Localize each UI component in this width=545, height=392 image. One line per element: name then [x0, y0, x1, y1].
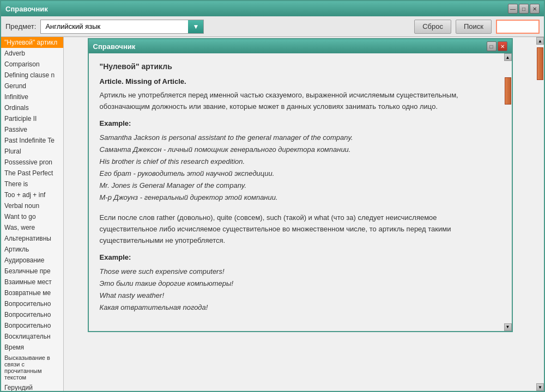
example-line: Mr. Jones is General Manager of the comp…	[100, 180, 493, 192]
close-button[interactable]: ✕	[530, 4, 540, 14]
modal-close-button[interactable]: ✕	[498, 41, 507, 51]
sidebar-item-impersonal[interactable]: Безличные пре	[1, 266, 63, 277]
window-title: Справочник	[5, 5, 48, 13]
sidebar-item-mutual[interactable]: Взаимные мест	[1, 277, 63, 287]
modal-overlay: Справочник □ ✕ "Нулевой" артикль Article…	[64, 37, 536, 391]
modal-para-1: Артикль не употребляется перед именной ч…	[100, 90, 493, 113]
sidebar: "Нулевой" артикл Adverb Comparison Defin…	[1, 37, 64, 391]
modal-article-title: "Нулевой" артикль	[100, 62, 493, 71]
content-area: "Нулевой" артикл Adverb Comparison Defin…	[1, 37, 544, 391]
sidebar-item-there[interactable]: There is	[1, 179, 63, 189]
sidebar-item-participle2[interactable]: Participle II	[1, 113, 63, 124]
example-line: Какая отвратительная погода!	[100, 302, 493, 314]
example-line: What nasty weather!	[100, 290, 493, 302]
scrollbar-thumb[interactable]	[505, 77, 511, 105]
sidebar-item-interrogative1[interactable]: Вопросительно	[1, 298, 63, 309]
sidebar-item-reflexive[interactable]: Возвратные ме	[1, 287, 63, 298]
sidebar-item-passive[interactable]: Passive	[1, 124, 63, 135]
modal-controls: □ ✕	[487, 41, 507, 51]
outer-scrollbar-track	[536, 45, 544, 383]
sidebar-item-possessive[interactable]: Possessive pron	[1, 157, 63, 168]
sidebar-item-article[interactable]: Артикль	[1, 244, 63, 255]
example-line: Samantha Jackson is personal assistant t…	[100, 132, 493, 144]
modal-section-1: Article. Missing of Article. Артикль не …	[100, 77, 493, 204]
sidebar-item-exclamatory[interactable]: Восклицательн	[1, 331, 63, 342]
subject-label: Предмет:	[5, 22, 36, 30]
title-bar: Справочник — □ ✕	[1, 1, 544, 16]
scrollbar-up-button[interactable]: ▲	[504, 53, 512, 61]
outer-scrollbar[interactable]: ▲ ▼	[536, 37, 544, 391]
scrollbar-down-button[interactable]: ▼	[504, 323, 512, 331]
modal-example-label-2: Example:	[100, 253, 493, 261]
sidebar-item-defining-clause[interactable]: Defining clause n	[1, 70, 63, 81]
sidebar-item-adverb[interactable]: Adverb	[1, 48, 63, 59]
outer-scrollbar-thumb[interactable]	[537, 47, 543, 80]
modal-para-2: Если после слов rather (довольно), quite…	[100, 212, 493, 246]
sidebar-item-want-to-go[interactable]: Want to go	[1, 211, 63, 222]
modal-restore-button[interactable]: □	[487, 41, 496, 51]
sidebar-item-past-perfect[interactable]: The Past Perfect	[1, 168, 63, 179]
modal-section-2: Если после слов rather (довольно), quite…	[100, 212, 493, 314]
modal-body: "Нулевой" артикль Article. Missing of Ar…	[89, 53, 504, 331]
restore-button[interactable]: □	[519, 4, 529, 14]
toolbar: Предмет: Английский язык ▼ Сброс Поиск	[1, 16, 544, 37]
sidebar-item-alt[interactable]: Альтернативны	[1, 233, 63, 244]
example-line: Those were such expensive computers!	[100, 266, 493, 278]
window-controls: — □ ✕	[508, 4, 540, 14]
modal-scrollbar[interactable]: ▲ ▼	[504, 53, 512, 331]
main-content: Справочник □ ✕ "Нулевой" артикль Article…	[64, 37, 536, 391]
sidebar-item-null-article[interactable]: "Нулевой" артикл	[1, 37, 63, 48]
modal-heading-1: Article. Missing of Article.	[100, 77, 493, 85]
sidebar-item-audio[interactable]: Аудирование	[1, 255, 63, 266]
reset-button[interactable]: Сброс	[414, 20, 451, 34]
sidebar-item-was-were[interactable]: Was, were	[1, 222, 63, 233]
sidebar-item-gerund[interactable]: Gerund	[1, 81, 63, 91]
sidebar-item-ordinals[interactable]: Ordinals	[1, 102, 63, 113]
modal-example-lines-1: Samantha Jackson is personal assistant t…	[100, 132, 493, 204]
search-input[interactable]	[496, 20, 540, 34]
sidebar-item-infinitive[interactable]: Infinitive	[1, 91, 63, 102]
example-line: Саманта Джексон - личный помощник генера…	[100, 144, 493, 156]
subject-dropdown[interactable]: Английский язык ▼	[40, 20, 204, 34]
scrollbar-track	[504, 61, 512, 323]
sidebar-item-past-indefinite[interactable]: Past Indefinite Te	[1, 135, 63, 146]
dropdown-arrow[interactable]: ▼	[188, 20, 203, 33]
example-line: His brother is chief of this research ex…	[100, 156, 493, 168]
example-line: Его брат - руководитель этой научной экс…	[100, 168, 493, 180]
outer-scrollbar-down[interactable]: ▼	[536, 383, 544, 391]
sidebar-item-utterance[interactable]: Высказывание в связи с прочитанным текст…	[1, 353, 63, 382]
modal-dialog: Справочник □ ✕ "Нулевой" артикль Article…	[88, 38, 513, 332]
outer-scrollbar-up[interactable]: ▲	[536, 37, 544, 45]
sidebar-item-interrogative3[interactable]: Вопросительно	[1, 320, 63, 331]
sidebar-item-time[interactable]: Время	[1, 342, 63, 353]
modal-title: Справочник	[93, 42, 136, 51]
example-line: Это были такие дорогие компьютеры!	[100, 278, 493, 290]
sidebar-item-gerundiy[interactable]: Герундий	[1, 382, 63, 391]
subject-value: Английский язык	[41, 22, 188, 30]
sidebar-item-interrogative2[interactable]: Вопросительно	[1, 309, 63, 320]
sidebar-item-too-adj[interactable]: Too + adj + inf	[1, 189, 63, 200]
search-button[interactable]: Поиск	[456, 20, 492, 34]
modal-example-label-1: Example:	[100, 119, 493, 127]
minimize-button[interactable]: —	[508, 4, 518, 14]
sidebar-item-plural[interactable]: Plural	[1, 146, 63, 157]
modal-title-bar: Справочник □ ✕	[89, 39, 512, 53]
modal-example-lines-2: Those were such expensive computers! Это…	[100, 266, 493, 314]
sidebar-item-verbal-noun[interactable]: Verbal noun	[1, 200, 63, 211]
main-window: Справочник — □ ✕ Предмет: Английский язы…	[0, 0, 545, 392]
sidebar-item-comparison[interactable]: Comparison	[1, 59, 63, 70]
example-line: М-р Джоунз - генеральный директор этой к…	[100, 192, 493, 204]
